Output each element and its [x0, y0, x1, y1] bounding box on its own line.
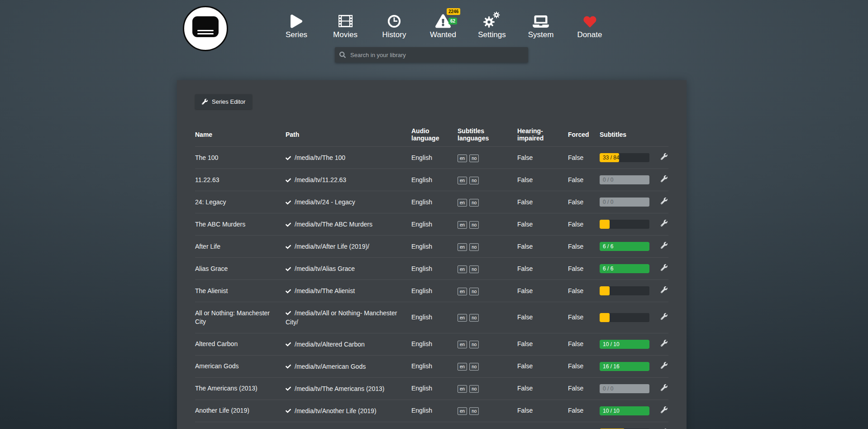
- subtitle-language-badge: en: [458, 341, 467, 348]
- series-name-link[interactable]: The Americans (2013): [195, 377, 286, 400]
- subtitle-language-badge: no: [469, 288, 479, 295]
- series-name-link[interactable]: 24: Legacy: [195, 191, 286, 213]
- series-name-link[interactable]: Another Life (2019): [195, 400, 286, 422]
- wrench-icon[interactable]: [661, 406, 668, 413]
- subtitle-language-badge: en: [458, 199, 467, 207]
- nav-item-settings[interactable]: Settings: [467, 10, 516, 39]
- subtitle-language-badge: en: [458, 243, 467, 251]
- search-input[interactable]: [335, 47, 528, 63]
- bazarr-logo[interactable]: [183, 6, 228, 51]
- column-header-forced: Forced: [568, 123, 600, 147]
- audio-language-value: English: [411, 169, 458, 191]
- series-path: /media/tv/Altered Carbon: [295, 341, 365, 348]
- subtitle-language-badge: en: [458, 314, 467, 322]
- nav-label: History: [382, 30, 406, 39]
- subtitles-progress: 16 / 16: [600, 362, 649, 371]
- subtitles-progress: 6 / 6: [600, 242, 649, 251]
- subtitle-language-badge: en: [458, 154, 467, 162]
- series-name-link[interactable]: The Alienist: [195, 280, 286, 302]
- nav-label: System: [528, 30, 554, 39]
- nav-item-wanted[interactable]: Wanted 2246 62: [419, 10, 467, 39]
- wrench-icon[interactable]: [661, 175, 668, 182]
- series-name-link[interactable]: All or Nothing: Manchester City: [195, 302, 286, 333]
- forced-value: False: [568, 236, 600, 258]
- check-icon: [286, 222, 291, 227]
- series-path: /media/tv/The Alienist: [295, 287, 355, 294]
- forced-value: False: [568, 147, 600, 169]
- check-icon: [286, 310, 291, 316]
- table-row: American Gods /media/tv/American Gods En…: [195, 355, 668, 377]
- subtitles-progress: 0 / 0: [600, 175, 649, 184]
- check-icon: [286, 289, 291, 294]
- wrench-icon[interactable]: [661, 362, 668, 369]
- audio-language-value: English: [411, 191, 458, 213]
- audio-language-value: English: [411, 355, 458, 377]
- subtitles-progress-value: 0 / 0: [600, 198, 649, 207]
- wrench-icon[interactable]: [661, 153, 668, 160]
- hearing-impaired-value: False: [517, 377, 568, 400]
- check-icon: [286, 386, 291, 391]
- series-editor-button[interactable]: Series Editor: [195, 94, 252, 109]
- hearing-impaired-value: False: [517, 191, 568, 213]
- clock-icon: [387, 10, 401, 28]
- wrench-icon[interactable]: [661, 198, 668, 204]
- subtitles-progress: 33 / 84: [600, 153, 649, 162]
- wrench-icon: [202, 99, 208, 105]
- subtitles-progress: 10 / 10: [600, 406, 649, 415]
- audio-language-value: English: [411, 302, 458, 333]
- hearing-impaired-value: False: [517, 333, 568, 355]
- forced-value: False: [568, 280, 600, 302]
- logo-screen-icon: [192, 16, 219, 37]
- table-row: 24: Legacy /media/tv/24 - Legacy English…: [195, 191, 668, 213]
- nav-item-donate[interactable]: Donate: [565, 10, 614, 39]
- wrench-icon[interactable]: [661, 313, 668, 320]
- subtitles-progress: 0 / 0: [600, 198, 649, 207]
- series-name-link[interactable]: A.P. Bio: [195, 422, 286, 429]
- series-name-link[interactable]: The 100: [195, 147, 286, 169]
- series-name-link[interactable]: American Gods: [195, 355, 286, 377]
- series-name-link[interactable]: 11.22.63: [195, 169, 286, 191]
- nav-item-history[interactable]: History: [370, 10, 419, 39]
- series-name-link[interactable]: The ABC Murders: [195, 213, 286, 236]
- subtitles-progress-value: 6 / 6: [600, 242, 649, 251]
- forced-value: False: [568, 258, 600, 280]
- hearing-impaired-value: False: [517, 147, 568, 169]
- series-name-link[interactable]: Alias Grace: [195, 258, 286, 280]
- table-row: A.P. Bio /media/tv/A.P. BIO/ English enn…: [195, 422, 668, 429]
- wrench-icon[interactable]: [661, 286, 668, 293]
- forced-value: False: [568, 302, 600, 333]
- table-row: After Life /media/tv/After Life (2019)/ …: [195, 236, 668, 258]
- search-bar: [335, 47, 528, 63]
- subtitles-progress-value: 10 / 10: [600, 406, 649, 415]
- wrench-icon[interactable]: [661, 340, 668, 347]
- wrench-icon[interactable]: [661, 384, 668, 391]
- subtitle-language-badge: no: [469, 154, 479, 162]
- nav-item-system[interactable]: System: [516, 10, 565, 39]
- forced-value: False: [568, 355, 600, 377]
- hearing-impaired-value: False: [517, 258, 568, 280]
- check-icon: [286, 155, 291, 161]
- subtitles-progress: [600, 286, 649, 295]
- series-name-link[interactable]: After Life: [195, 236, 286, 258]
- series-path: /media/tv/Alias Grace: [295, 265, 355, 272]
- series-name-link[interactable]: Altered Carbon: [195, 333, 286, 355]
- nav-item-movies[interactable]: Movies: [321, 10, 370, 39]
- subtitles-progress: 6 / 6: [600, 264, 649, 273]
- series-panel: Series Editor Name Path Audio language S…: [177, 80, 687, 429]
- subtitle-language-badge: no: [469, 385, 479, 393]
- check-icon: [286, 244, 291, 250]
- subtitle-language-badge: no: [469, 243, 479, 251]
- wrench-icon[interactable]: [661, 242, 668, 249]
- subtitle-language-badge: no: [469, 314, 479, 322]
- wrench-icon[interactable]: [661, 264, 668, 271]
- subtitle-language-badge: no: [469, 221, 479, 229]
- wrench-icon[interactable]: [661, 220, 668, 227]
- table-row: Alias Grace /media/tv/Alias Grace Englis…: [195, 258, 668, 280]
- nav-item-series[interactable]: Series: [272, 10, 321, 39]
- play-icon: [291, 10, 302, 28]
- column-header-audio-language: Audio language: [411, 123, 458, 147]
- subtitle-language-badge: no: [469, 407, 479, 415]
- subtitles-progress-value: [600, 313, 610, 322]
- hearing-impaired-value: False: [517, 302, 568, 333]
- column-header-path: Path: [286, 123, 411, 147]
